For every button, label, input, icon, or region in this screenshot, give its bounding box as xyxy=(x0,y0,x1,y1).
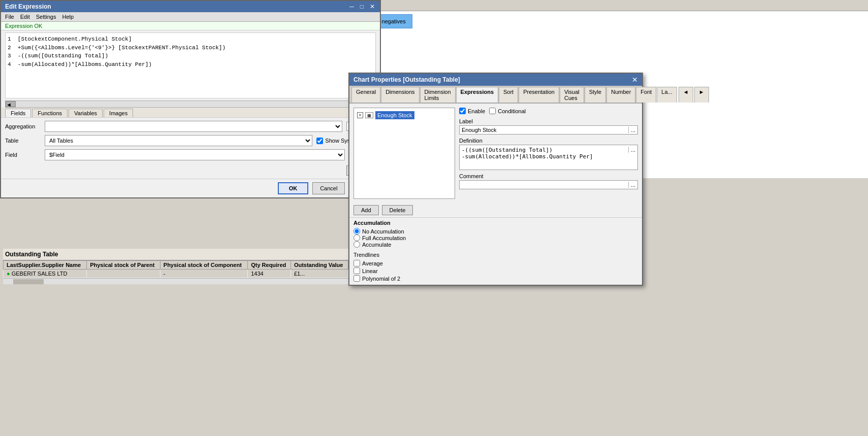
panel-cell[interactable]: 61.8 xyxy=(87,78,167,85)
panel-cell[interactable]: 67.9 xyxy=(87,92,167,99)
tab-number[interactable]: Number xyxy=(606,87,635,103)
tab-style[interactable]: Style xyxy=(585,87,606,103)
outstanding-icon-close[interactable]: ✕ xyxy=(331,50,335,56)
chart-properties-dialog[interactable]: Chart Properties [Outstanding Table] ✕ G… xyxy=(348,73,643,286)
trendline-linear-check[interactable] xyxy=(353,267,360,274)
allboms-search-icon[interactable]: 🔍 xyxy=(157,34,165,41)
scroll-right-tab[interactable]: ► xyxy=(694,87,709,103)
stockext-search-icon[interactable]: 🔍 xyxy=(74,34,82,41)
panel-cell[interactable]: 85.18 xyxy=(87,121,167,128)
filter-btn-4[interactable]: 4) Enough stock of components + parent. … xyxy=(254,14,412,28)
panel-cell[interactable]: 2.5 xyxy=(87,135,167,142)
panel-cell[interactable]: 0.186 xyxy=(4,135,84,142)
tab-expressions[interactable]: Expressions xyxy=(456,87,498,103)
trendline-avg-check[interactable] xyxy=(353,260,360,266)
comp-cell[interactable]: C50121 xyxy=(237,102,289,109)
panel-cell[interactable]: 31 xyxy=(170,163,248,171)
comp-cell[interactable]: C50023 xyxy=(237,66,289,74)
comp-cell[interactable]: C50083 xyxy=(237,137,289,144)
panel-cell[interactable]: 0.382 xyxy=(4,163,84,171)
panel-cell[interactable]: 46.75 xyxy=(87,50,167,57)
panel-cell[interactable]: 68.27 xyxy=(87,99,167,107)
tab-copy-overdue[interactable]: Copy of Overdue by Supplier xyxy=(128,1,211,11)
delete-button[interactable]: Delete xyxy=(382,205,413,215)
tab-dim-limits[interactable]: Dimension Limits xyxy=(420,87,456,103)
definition-textarea[interactable]: -((sum([Outstanding Total])-sum(Allocate… xyxy=(459,145,638,170)
panel-cell[interactable]: 12 xyxy=(4,71,84,78)
panel-cell[interactable]: 148 xyxy=(4,107,84,114)
chart-props-close-btn[interactable]: ✕ xyxy=(632,76,638,84)
panel-cell[interactable]: 48.64 xyxy=(87,57,167,64)
panel-cell[interactable]: 5.01 xyxy=(87,149,167,156)
panel-cell[interactable]: 5.03 xyxy=(87,163,167,171)
expr-label-enough-stock[interactable]: Enough Stock xyxy=(375,111,414,119)
expand-icon[interactable]: + xyxy=(357,112,363,118)
cancel-btn[interactable]: Cancel xyxy=(312,182,345,194)
tab-main[interactable]: Main xyxy=(2,1,30,11)
comp-cell[interactable]: C50077 xyxy=(237,130,289,137)
accum-accum-radio[interactable] xyxy=(353,241,360,248)
panel-cell[interactable]: 71.99 xyxy=(87,114,167,121)
tab-presentation[interactable]: Presentation xyxy=(519,87,559,103)
comp-cell[interactable]: C50109 xyxy=(237,109,289,116)
panel-cell[interactable]: 9 xyxy=(4,64,84,71)
panel-cell[interactable]: 0.4 xyxy=(87,128,167,135)
panel-cell[interactable]: 7 xyxy=(4,50,84,57)
panel-cell[interactable]: 71.42 xyxy=(87,107,167,114)
outstanding-icon-xl[interactable]: ⊞ xyxy=(320,50,325,56)
filter-btn-3[interactable]: 3) Age from due date > 0 xyxy=(176,14,251,28)
add-button[interactable]: Add xyxy=(353,205,379,215)
age-search-icon[interactable]: 🔍 xyxy=(238,34,246,41)
comp-cell[interactable]: C50095 xyxy=(237,80,289,87)
panel-cell[interactable]: 68 xyxy=(4,99,84,107)
expr-tree-item[interactable]: + ▦ Enough Stock xyxy=(356,110,453,120)
comp-cell[interactable]: C50017 xyxy=(237,87,289,94)
comp-cell[interactable]: C50008 xyxy=(237,73,289,80)
comp-cell[interactable]: C50120 xyxy=(237,144,289,151)
panel-cell[interactable]: 27 xyxy=(4,85,84,92)
horizontal-scrollbar[interactable] xyxy=(3,278,348,284)
ok-btn[interactable]: OK xyxy=(278,182,309,194)
comment-browse-btn[interactable]: ... xyxy=(628,182,635,188)
panel-cell[interactable]: 5 xyxy=(4,43,84,50)
panel-cell[interactable]: 8 xyxy=(4,57,84,64)
panel-cell[interactable]: 17 xyxy=(4,78,84,85)
filter-btn-1[interactable]: 1) Components with > 0 physical xyxy=(3,14,97,28)
trendline-poly-check[interactable] xyxy=(353,275,360,282)
label-input[interactable]: Enough Stock ... xyxy=(459,125,638,135)
tab-font[interactable]: Font xyxy=(636,87,656,103)
label-browse-btn[interactable]: ... xyxy=(628,127,635,133)
accum-no-radio[interactable] xyxy=(353,228,360,234)
enable-checkbox[interactable] xyxy=(459,108,466,114)
accum-full-radio[interactable] xyxy=(353,234,360,241)
filter-btn-2[interactable]: 2) Component cost > £5 xyxy=(100,14,173,28)
panel-cell[interactable]: 61.19 xyxy=(87,71,167,78)
panel-cell[interactable]: 43.33 xyxy=(87,43,167,50)
comp-cell[interactable]: C50024 xyxy=(237,123,289,130)
panel-cell[interactable]: 4.68 xyxy=(87,142,167,149)
scroll-left-tab[interactable]: ◄ xyxy=(679,87,693,103)
comp-cell[interactable]: C50010 xyxy=(237,94,289,102)
comment-input[interactable]: ... xyxy=(459,180,638,189)
panel-cell[interactable]: 0.333 xyxy=(4,149,84,156)
panel-cell[interactable]: 412 xyxy=(4,114,84,121)
tab-sort[interactable]: Sort xyxy=(499,87,518,103)
tab-dimensions[interactable]: Dimensions xyxy=(381,87,419,103)
tab-general[interactable]: General xyxy=(351,87,380,103)
tab-visual-cues[interactable]: Visual Cues xyxy=(560,87,584,103)
comp-cell[interactable]: C50001 xyxy=(237,151,289,158)
comp-cell[interactable]: C50111 xyxy=(237,116,289,123)
panel-cell[interactable]: 0.117 xyxy=(4,128,84,135)
conditional-checkbox[interactable] xyxy=(489,108,496,114)
panel-cell[interactable]: 58.61 xyxy=(87,64,167,71)
tab-overdue[interactable]: Overdue by Supplier xyxy=(61,1,127,11)
panel-cell[interactable]: 558 xyxy=(4,121,84,128)
outstanding-icon-min[interactable]: ─ xyxy=(326,50,330,56)
panel-cell[interactable]: 0.36 xyxy=(4,156,84,163)
tab-sheet1[interactable]: Sheet1 xyxy=(31,1,60,11)
definition-browse-btn[interactable]: ... xyxy=(628,147,635,153)
tab-la[interactable]: La... xyxy=(657,87,677,103)
panel-cell[interactable]: 0.233 xyxy=(4,142,84,149)
panel-cell[interactable]: 39 xyxy=(4,92,84,99)
panel-cell[interactable]: 64.49 xyxy=(87,85,167,92)
